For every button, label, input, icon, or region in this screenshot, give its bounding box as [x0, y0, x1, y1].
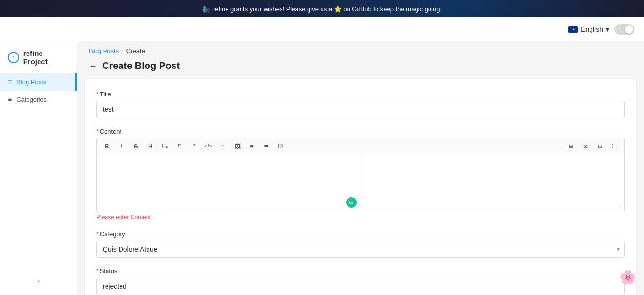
- toolbar-bold[interactable]: B: [101, 140, 113, 152]
- toolbar-ordered-list[interactable]: ≣: [260, 140, 272, 152]
- banner-emoji: 🧞: [202, 5, 210, 13]
- sidebar-item-label-categories: Categories: [16, 96, 47, 103]
- main-content: Blog Posts / Create ← Create Blog Post *…: [77, 41, 644, 295]
- flag-icon: ★: [568, 26, 578, 33]
- content-label: * Content: [96, 128, 625, 135]
- toolbar-bullet-list[interactable]: ≡: [245, 140, 258, 152]
- header-bar: ★ English ▾: [0, 17, 644, 41]
- toolbar-view-split[interactable]: ⊟: [564, 140, 577, 152]
- blog-posts-icon: ≡: [8, 78, 12, 86]
- category-select[interactable]: Quis Dolore Atque: [96, 241, 625, 258]
- categories-icon: ≡: [8, 95, 12, 103]
- title-required-star: *: [96, 91, 99, 98]
- breadcrumb-separator: /: [121, 47, 123, 54]
- sidebar-logo-text: refine Project: [23, 49, 69, 66]
- content-error: Please enter Content: [96, 214, 625, 221]
- toolbar-inline-code[interactable]: ○: [216, 140, 229, 152]
- toolbar-view-preview[interactable]: ⊡: [593, 140, 606, 152]
- toolbar-image[interactable]: 🖼: [231, 140, 243, 152]
- language-arrow: ▾: [606, 26, 609, 33]
- toolbar-left: B I S H H₂ ¶ " </> ○ 🖼 ≡ ≣ ☑: [101, 140, 287, 152]
- toolbar-paragraph[interactable]: ¶: [173, 140, 186, 152]
- page-title: Create Blog Post: [102, 60, 180, 71]
- editor-resize-handle[interactable]: ⋯: [618, 204, 623, 211]
- sidebar-item-label-blog: Blog Posts: [16, 79, 46, 86]
- grammarly-icon: G: [346, 197, 357, 208]
- sidebar-item-categories[interactable]: ≡ Categories: [0, 91, 77, 108]
- toolbar-italic[interactable]: I: [115, 140, 128, 152]
- editor-body: G ⋯: [96, 154, 625, 212]
- form-section: * Title * Content B I S H: [85, 79, 636, 295]
- category-select-wrapper: Quis Dolore Atque ▾: [96, 241, 625, 258]
- top-banner: 🧞 refine grants your wishes! Please give…: [0, 0, 644, 17]
- title-input[interactable]: [96, 101, 625, 118]
- app-layout: r refine Project ≡ Blog Posts ≡ Categori…: [0, 41, 644, 295]
- category-label: * Category: [96, 230, 625, 238]
- sidebar-item-blog-posts[interactable]: ≡ Blog Posts: [0, 73, 77, 91]
- toolbar-code[interactable]: </>: [202, 140, 215, 152]
- sidebar: r refine Project ≡ Blog Posts ≡ Categori…: [0, 41, 77, 295]
- language-label: English: [581, 26, 603, 33]
- editor-right-pane: [361, 154, 625, 212]
- flower-decoration: 🌸: [619, 269, 636, 285]
- status-required-star: *: [96, 268, 99, 275]
- title-field: * Title: [96, 91, 625, 118]
- breadcrumb-current: Create: [126, 47, 145, 54]
- editor-toolbar: B I S H H₂ ¶ " </> ○ 🖼 ≡ ≣ ☑: [96, 138, 625, 154]
- logo-icon: r: [8, 52, 19, 63]
- breadcrumb-parent[interactable]: Blog Posts: [89, 47, 119, 54]
- editor-left-pane[interactable]: G: [97, 154, 361, 212]
- category-required-star: *: [96, 231, 99, 238]
- banner-text: refine grants your wishes! Please give u…: [213, 5, 442, 13]
- toolbar-right: ⊟ ⊠ ⊡ ⛶: [564, 140, 620, 152]
- category-field: * Category Quis Dolore Atque ▾: [96, 230, 625, 258]
- breadcrumb: Blog Posts / Create: [77, 41, 644, 58]
- theme-toggle[interactable]: [614, 24, 634, 35]
- toolbar-heading2[interactable]: H₂: [159, 140, 171, 152]
- toolbar-view-edit[interactable]: ⊠: [579, 140, 591, 152]
- content-required-star: *: [96, 128, 99, 135]
- content-field: * Content B I S H H₂ ¶ " </> ○: [96, 128, 625, 221]
- back-button[interactable]: ←: [89, 62, 97, 70]
- language-selector[interactable]: ★ English ▾: [568, 26, 609, 33]
- toolbar-heading1[interactable]: H: [144, 140, 157, 152]
- toolbar-blockquote[interactable]: ": [188, 140, 200, 152]
- sidebar-logo: r refine Project: [0, 45, 77, 73]
- title-label: * Title: [96, 91, 625, 98]
- status-label: * Status: [96, 268, 625, 275]
- sidebar-collapse-button[interactable]: ‹: [37, 277, 40, 285]
- status-input[interactable]: [96, 278, 625, 295]
- page-header: ← Create Blog Post: [77, 58, 644, 79]
- toolbar-task-list[interactable]: ☑: [274, 140, 287, 152]
- toolbar-strikethrough[interactable]: S: [130, 140, 142, 152]
- status-field: * Status: [96, 268, 625, 295]
- toolbar-fullscreen[interactable]: ⛶: [608, 140, 620, 152]
